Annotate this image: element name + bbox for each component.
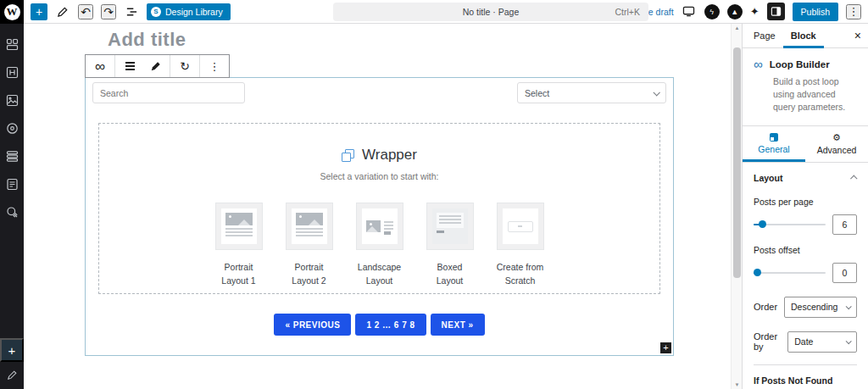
variation-thumbnail[interactable] <box>497 203 544 250</box>
order-row: Order Descending <box>754 297 857 318</box>
blocks-icon[interactable] <box>5 37 19 51</box>
sync-icon[interactable]: ↻ <box>172 55 198 77</box>
block-description-card: ∞ Loop Builder Build a post loop using a… <box>743 48 868 126</box>
variation-thumbnail[interactable] <box>356 203 403 250</box>
posts-offset-slider[interactable] <box>754 269 826 277</box>
button-placeholder <box>384 231 391 235</box>
text-lines-placeholder <box>384 221 393 231</box>
topbar-right-group: Save draft ϟ ▲ ✦ Publish ⋮ <box>633 3 861 21</box>
plugin-triangle-icon[interactable]: ▲ <box>727 4 743 19</box>
posts-per-page-input[interactable] <box>832 214 857 235</box>
scrollbar-down-arrow[interactable]: ▼ <box>732 382 743 387</box>
variation-option[interactable]: Landscape Layout <box>354 203 405 288</box>
scrollbar-up-arrow[interactable]: ▲ <box>732 25 743 31</box>
chevron-down-icon <box>653 89 659 96</box>
image-icon[interactable] <box>5 93 19 107</box>
rail-add-button[interactable]: + <box>0 338 24 362</box>
heading-icon[interactable] <box>5 65 19 79</box>
plugin-bolt-icon[interactable]: ϟ <box>704 4 720 19</box>
document-title: No title · Page <box>463 7 520 17</box>
variation-thumbnail[interactable] <box>215 203 263 250</box>
posts-per-page-slider[interactable] <box>754 220 826 229</box>
options-menu-icon[interactable]: ⋮ <box>846 4 861 19</box>
variation-option[interactable]: Create from Scratch <box>495 203 546 288</box>
wordpress-logo[interactable]: W <box>0 0 24 24</box>
posts-offset-input[interactable] <box>832 263 857 283</box>
posts-per-page-label: Posts per page <box>754 197 857 207</box>
search-remove-icon[interactable] <box>5 205 19 219</box>
variation-preview-card <box>432 208 468 244</box>
select-dropdown-value: Select <box>525 88 549 98</box>
tab-general[interactable]: General <box>743 126 805 162</box>
ai-sparkle-icon[interactable]: ✦ <box>750 5 760 18</box>
pagination-button[interactable]: « PREVIOUS <box>274 314 351 336</box>
block-appender-button[interactable]: + <box>660 342 671 353</box>
loop-filter-row: Select <box>86 78 673 103</box>
layout-panel-header[interactable]: Layout <box>754 171 857 186</box>
list-view-icon[interactable] <box>124 4 139 19</box>
close-icon[interactable]: × <box>854 30 861 42</box>
order-select-value: Descending <box>791 302 837 312</box>
scrollbar-thumb[interactable] <box>733 47 741 278</box>
variation-preview-card <box>221 208 257 244</box>
variation-option[interactable]: Portrait Layout 2 <box>284 203 335 288</box>
variation-preview-card <box>292 208 327 244</box>
select-dropdown[interactable]: Select <box>517 82 666 103</box>
order-label: Order <box>754 302 777 312</box>
text-lines-placeholder <box>437 213 464 228</box>
posts-offset-row <box>754 263 857 283</box>
disc-icon[interactable] <box>5 121 19 135</box>
order-by-select[interactable]: Date <box>787 331 857 353</box>
undo-button[interactable]: ↶ <box>78 4 93 19</box>
command-palette[interactable]: No title · Page Ctrl+K <box>333 3 648 21</box>
loop-builder-block[interactable]: Select Wrapper Select a variation to sta… <box>85 77 674 356</box>
advanced-tab-label: Advanced <box>817 145 857 155</box>
gear-icon: ⚙ <box>832 133 841 142</box>
layout-panel: Layout Posts per page Posts offset <box>743 163 868 389</box>
variation-option[interactable]: Portrait Layout 1 <box>214 203 264 288</box>
preview-monitor-icon[interactable] <box>682 4 697 19</box>
loop-builder-block-icon[interactable]: ∞ <box>87 55 113 77</box>
drag-icon[interactable] <box>117 55 142 77</box>
if-posts-not-found-title: If Posts Not Found <box>754 375 857 386</box>
wrapper-heading: Wrapper <box>99 147 659 164</box>
publish-button[interactable]: Publish <box>793 3 838 21</box>
design-library-badge-icon: S <box>151 7 161 17</box>
tab-page[interactable]: Page <box>746 24 783 48</box>
order-select[interactable]: Descending <box>784 297 857 318</box>
wordpress-logo-icon: W <box>4 4 20 20</box>
edit-mode-pencil-icon[interactable] <box>55 4 70 19</box>
brush-icon[interactable] <box>142 55 168 77</box>
variation-label: Portrait Layout 2 <box>284 261 335 288</box>
sidebar-tab-bar: Page Block × <box>743 24 868 48</box>
toolbar-group-options: ⋮ <box>200 55 229 77</box>
tab-advanced[interactable]: ⚙ Advanced <box>805 126 868 162</box>
posts-offset-label: Posts offset <box>754 245 857 255</box>
left-rail: W + <box>0 0 24 389</box>
document-icon[interactable] <box>5 177 19 191</box>
image-placeholder-icon <box>366 220 381 232</box>
image-placeholder-icon <box>225 213 253 225</box>
general-tab-icon <box>770 133 778 142</box>
redo-button[interactable]: ↷ <box>101 4 116 19</box>
settings-panel-toggle-button[interactable] <box>767 3 785 20</box>
pagination-row: « PREVIOUS 1 2 … 6 7 8 NEXT » <box>86 314 673 336</box>
settings-sidebar: Page Block × ∞ Loop Builder Build a post… <box>742 24 868 389</box>
search-input[interactable] <box>92 82 245 103</box>
design-library-button[interactable]: S Design Library <box>147 3 231 20</box>
block-options-icon[interactable]: ⋮ <box>202 55 227 77</box>
block-inserter-button[interactable]: + <box>31 3 47 20</box>
rows-icon[interactable] <box>5 149 19 163</box>
post-title-placeholder[interactable]: Add title <box>108 29 731 51</box>
tab-block[interactable]: Block <box>783 24 824 48</box>
variation-thumbnail[interactable] <box>286 203 333 250</box>
order-by-row: Order by Date <box>754 331 857 353</box>
canvas-scrollbar[interactable]: ▲ ▼ <box>731 24 742 389</box>
editor-app: W + <box>0 0 868 389</box>
rail-edit-icon[interactable] <box>0 362 24 387</box>
variation-option[interactable]: Boxed Layout <box>425 203 476 288</box>
pagination-button[interactable]: NEXT » <box>431 314 485 336</box>
variation-thumbnail[interactable] <box>426 203 474 250</box>
text-lines-placeholder <box>225 228 253 238</box>
pagination-button[interactable]: 1 2 … 6 7 8 <box>355 314 426 336</box>
